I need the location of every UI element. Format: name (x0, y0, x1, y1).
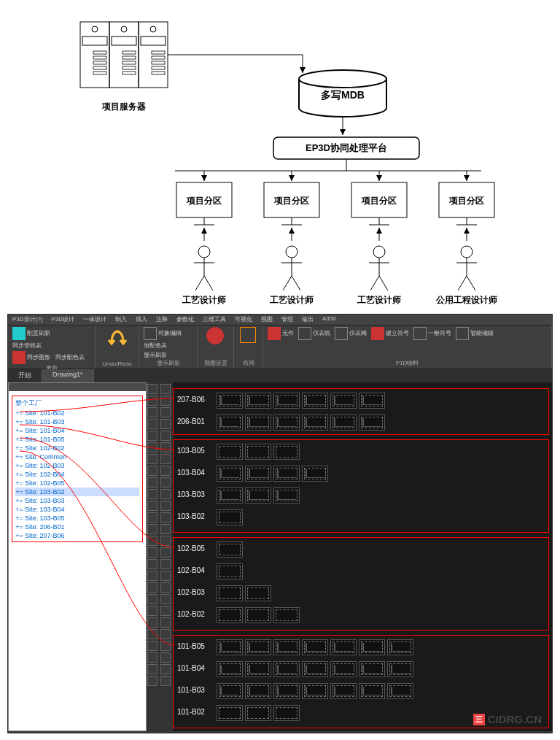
tool-button[interactable] (147, 582, 158, 593)
tool-button[interactable] (147, 501, 158, 511)
drawing-thumbnail[interactable] (245, 487, 271, 504)
ribbon-btn[interactable]: 配置刷新 (12, 327, 90, 340)
drawing-thumbnail[interactable] (217, 444, 243, 460)
tool-button[interactable] (160, 384, 171, 394)
ribbon-tab[interactable]: A350 (318, 315, 341, 325)
pipe-view-icon[interactable] (206, 327, 224, 344)
drawing-thumbnail[interactable] (217, 487, 243, 504)
drawing-thumbnail[interactable] (387, 661, 413, 677)
ribbon-btn[interactable]: 仪表阀 (335, 327, 367, 340)
drawing-thumbnail[interactable] (302, 466, 328, 482)
drawing-thumbnail[interactable] (245, 607, 271, 623)
drawing-thumbnail[interactable] (330, 683, 357, 699)
drawing-thumbnail[interactable] (330, 639, 357, 655)
site-item[interactable]: += Site: 102-B02 (15, 444, 139, 452)
ribbon-tab[interactable]: 视图 (257, 315, 277, 325)
drawing-thumbnail[interactable] (302, 393, 328, 409)
drawing-thumbnail[interactable] (217, 509, 243, 525)
tool-button[interactable] (160, 606, 171, 616)
tool-button[interactable] (147, 396, 158, 406)
drawing-thumbnail[interactable] (273, 393, 300, 409)
ribbon-btn[interactable]: 一般符号 (413, 327, 451, 340)
ribbon-btn[interactable]: 显示刷新 (144, 351, 192, 359)
drawing-canvas[interactable]: 207-B06206-B01103-B05103-B04103-B03103-B… (173, 382, 552, 731)
tool-button[interactable] (160, 419, 171, 429)
drawing-thumbnail[interactable] (245, 683, 271, 699)
drawing-thumbnail[interactable] (217, 415, 243, 431)
drawing-thumbnail[interactable] (217, 393, 243, 409)
site-list[interactable]: 整个工厂+= Site: 101-B02+= Site: 101-B03+= S… (12, 396, 143, 542)
site-item[interactable]: += Site: 102-B03 (15, 461, 139, 470)
tool-button[interactable] (160, 641, 171, 651)
drawing-thumbnail[interactable] (245, 639, 271, 655)
drawing-thumbnail[interactable] (273, 444, 300, 460)
tool-button[interactable] (147, 641, 158, 651)
ribbon-tab[interactable]: 一体设计 (79, 315, 111, 325)
tool-button[interactable] (160, 466, 171, 476)
drawing-thumbnail[interactable] (273, 415, 300, 431)
tool-button[interactable] (147, 606, 158, 616)
tool-button[interactable] (147, 442, 158, 452)
tool-button[interactable] (147, 676, 158, 686)
ribbon-tab[interactable]: 参数化 (172, 315, 198, 325)
drawing-thumbnail[interactable] (217, 466, 243, 482)
tool-button[interactable] (147, 559, 158, 569)
drawing-thumbnail[interactable] (217, 683, 243, 699)
drawing-thumbnail[interactable] (217, 585, 243, 601)
site-item[interactable]: += Site: 101-B03 (15, 417, 139, 426)
tool-button[interactable] (147, 617, 158, 628)
tool-button[interactable] (160, 454, 171, 464)
tool-button[interactable] (147, 477, 158, 487)
tool-button[interactable] (147, 384, 158, 394)
ribbon-btn[interactable]: 同步图形 同步配色表 (12, 351, 90, 364)
drawing-thumbnail[interactable] (273, 466, 300, 482)
drawing-thumbnail[interactable] (387, 683, 413, 699)
ribbon-tab[interactable]: 插入 (131, 315, 152, 325)
site-item[interactable]: += Site: 101-B02 (15, 409, 139, 417)
drawing-thumbnail[interactable] (302, 683, 328, 699)
tool-button[interactable] (147, 594, 158, 604)
ribbon-btn[interactable]: 仪表线 (298, 327, 330, 340)
tool-button[interactable] (160, 547, 171, 558)
tool-button[interactable] (160, 442, 171, 452)
drawing-thumbnail[interactable] (387, 639, 413, 655)
tool-button[interactable] (160, 512, 171, 523)
tool-button[interactable] (147, 466, 158, 476)
tool-button[interactable] (160, 559, 171, 569)
site-item[interactable]: += Site: 206-B01 (15, 523, 139, 531)
drawing-thumbnail[interactable] (245, 705, 271, 721)
drawing-thumbnail[interactable] (359, 415, 385, 431)
tool-button[interactable] (160, 524, 171, 534)
tool-button[interactable] (147, 454, 158, 464)
drawing-thumbnail[interactable] (273, 639, 300, 655)
tool-button[interactable] (147, 524, 158, 534)
tool-button[interactable] (147, 407, 158, 417)
drawing-thumbnail[interactable] (302, 415, 328, 431)
tool-button[interactable] (160, 676, 171, 686)
ribbon-tab[interactable]: 制入 (111, 315, 131, 325)
tool-button[interactable] (160, 629, 171, 639)
ribbon-btn[interactable]: 元件 (268, 327, 294, 340)
doc-tab[interactable]: 开始 (8, 369, 42, 382)
tool-button[interactable] (160, 536, 171, 546)
ribbon-tab[interactable]: P3D设计 (47, 315, 79, 325)
tool-button[interactable] (160, 477, 171, 487)
ribbon-tab[interactable]: P3D设计(?) (8, 315, 47, 325)
drawing-thumbnail[interactable] (302, 661, 328, 677)
drawing-thumbnail[interactable] (273, 607, 300, 623)
drawing-thumbnail[interactable] (217, 541, 243, 558)
site-item[interactable]: += Site: 103-B05 (15, 514, 139, 523)
tool-button[interactable] (160, 407, 171, 417)
ribbon-btn[interactable]: 智能储罐 (456, 327, 494, 340)
drawing-thumbnail[interactable] (273, 487, 300, 504)
tool-button[interactable] (160, 594, 171, 604)
drawing-thumbnail[interactable] (217, 563, 243, 579)
tool-button[interactable] (147, 512, 158, 523)
site-item[interactable]: += Site: Common (15, 452, 139, 461)
tool-button[interactable] (160, 652, 171, 663)
tool-button[interactable] (147, 536, 158, 546)
drawing-thumbnail[interactable] (245, 393, 271, 409)
layout-icon[interactable] (240, 327, 256, 343)
doc-tab[interactable]: Drawing1* (42, 369, 94, 382)
drawing-thumbnail[interactable] (245, 444, 271, 460)
